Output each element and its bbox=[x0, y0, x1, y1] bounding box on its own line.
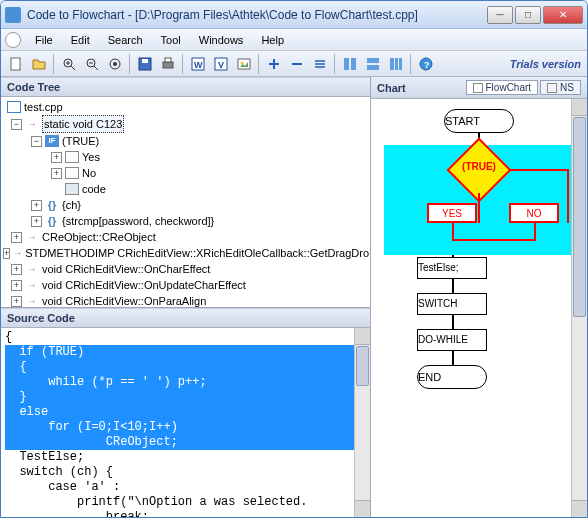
svg-rect-13 bbox=[238, 59, 250, 69]
chart-title: Chart bbox=[377, 82, 406, 94]
svg-point-4 bbox=[113, 62, 117, 66]
menu-tool[interactable]: Tool bbox=[153, 32, 189, 48]
svg-text:W: W bbox=[194, 60, 203, 70]
svg-rect-0 bbox=[11, 58, 20, 70]
tree-onchareffect[interactable]: +→void CRichEditView::OnCharEffect bbox=[1, 261, 370, 277]
svg-rect-18 bbox=[367, 65, 379, 70]
collapse-icon[interactable] bbox=[286, 53, 308, 75]
save-icon[interactable] bbox=[134, 53, 156, 75]
menu-bar: File Edit Search Tool Windows Help bbox=[1, 29, 587, 51]
layout1-icon[interactable] bbox=[339, 53, 361, 75]
fc-testelse: TestElse; bbox=[417, 257, 487, 279]
tree-yes[interactable]: +Yes bbox=[1, 149, 370, 165]
export-word-icon[interactable]: W bbox=[187, 53, 209, 75]
svg-rect-7 bbox=[163, 62, 173, 68]
svg-rect-15 bbox=[344, 58, 349, 70]
close-button[interactable]: ✕ bbox=[543, 6, 583, 24]
fc-yes: YES bbox=[427, 203, 477, 223]
code-tree[interactable]: test.cpp −→static void C123 −IF(TRUE) +Y… bbox=[1, 97, 370, 307]
fc-no: NO bbox=[509, 203, 559, 223]
tree-ch[interactable]: +{}{ch} bbox=[1, 197, 370, 213]
zoom-100-icon[interactable] bbox=[104, 53, 126, 75]
chart-vscroll[interactable] bbox=[571, 99, 587, 517]
chart-header: Chart FlowChart NS bbox=[371, 77, 587, 99]
export-visio-icon[interactable]: V bbox=[210, 53, 232, 75]
fc-switch: SWITCH bbox=[417, 293, 487, 315]
title-bar: Code to Flowchart - [D:\Program Files\At… bbox=[1, 1, 587, 29]
fc-start: START bbox=[444, 109, 514, 133]
menu-file[interactable]: File bbox=[27, 32, 61, 48]
app-logo-icon bbox=[5, 32, 21, 48]
maximize-button[interactable]: □ bbox=[515, 6, 541, 24]
fc-dowhile: DO-WHILE bbox=[417, 329, 487, 351]
code-tree-header: Code Tree bbox=[1, 77, 370, 97]
tree-creobject[interactable]: +→CReObject::CReObject bbox=[1, 229, 370, 245]
new-icon[interactable] bbox=[5, 53, 27, 75]
svg-rect-20 bbox=[395, 58, 398, 70]
window-title: Code to Flowchart - [D:\Program Files\At… bbox=[27, 8, 487, 22]
tab-ns[interactable]: NS bbox=[540, 80, 581, 95]
svg-text:V: V bbox=[218, 60, 224, 70]
svg-rect-16 bbox=[351, 58, 356, 70]
tree-file[interactable]: test.cpp bbox=[1, 99, 370, 115]
svg-rect-17 bbox=[367, 58, 379, 63]
zoom-in-icon[interactable] bbox=[58, 53, 80, 75]
svg-text:?: ? bbox=[424, 60, 430, 70]
source-editor[interactable]: { if (TRUE) { while (*p == ' ') p++; } e… bbox=[1, 328, 370, 517]
tree-strcmp[interactable]: +{}{strcmp[password, checkword]} bbox=[1, 213, 370, 229]
svg-rect-8 bbox=[165, 58, 171, 62]
svg-rect-19 bbox=[390, 58, 394, 70]
expand-icon[interactable] bbox=[263, 53, 285, 75]
app-icon bbox=[5, 7, 21, 23]
tab-flowchart[interactable]: FlowChart bbox=[466, 80, 539, 95]
menu-edit[interactable]: Edit bbox=[63, 32, 98, 48]
fc-end: END bbox=[417, 365, 487, 389]
print-icon[interactable] bbox=[157, 53, 179, 75]
menu-windows[interactable]: Windows bbox=[191, 32, 252, 48]
layout3-icon[interactable] bbox=[385, 53, 407, 75]
menu-search[interactable]: Search bbox=[100, 32, 151, 48]
export-image-icon[interactable] bbox=[233, 53, 255, 75]
tree-if[interactable]: −IF(TRUE) bbox=[1, 133, 370, 149]
source-vscroll[interactable] bbox=[354, 328, 370, 517]
toolbar: W V ? Trials version bbox=[1, 51, 587, 77]
tree-no[interactable]: +No bbox=[1, 165, 370, 181]
help-icon[interactable]: ? bbox=[415, 53, 437, 75]
minimize-button[interactable]: ─ bbox=[487, 6, 513, 24]
tree-code[interactable]: code bbox=[1, 181, 370, 197]
tree-onparaalign[interactable]: +→void CRichEditView::OnParaAlign bbox=[1, 293, 370, 307]
collapse-all-icon[interactable] bbox=[309, 53, 331, 75]
open-icon[interactable] bbox=[28, 53, 50, 75]
layout2-icon[interactable] bbox=[362, 53, 384, 75]
svg-rect-21 bbox=[399, 58, 402, 70]
tree-fn-c123[interactable]: −→static void C123 bbox=[1, 115, 370, 133]
zoom-out-icon[interactable] bbox=[81, 53, 103, 75]
svg-point-14 bbox=[241, 61, 244, 64]
flowchart-canvas[interactable]: START (TRUE) YES NO bbox=[371, 99, 587, 517]
trial-label: Trials version bbox=[510, 58, 583, 70]
source-code-header: Source Code bbox=[1, 308, 370, 328]
tree-onupdatechar[interactable]: +→void CRichEditView::OnUpdateCharEffect bbox=[1, 277, 370, 293]
tree-stdmethod[interactable]: +→STDMETHODIMP CRichEditView::XRichEditO… bbox=[1, 245, 370, 261]
menu-help[interactable]: Help bbox=[253, 32, 292, 48]
svg-rect-6 bbox=[142, 59, 148, 63]
